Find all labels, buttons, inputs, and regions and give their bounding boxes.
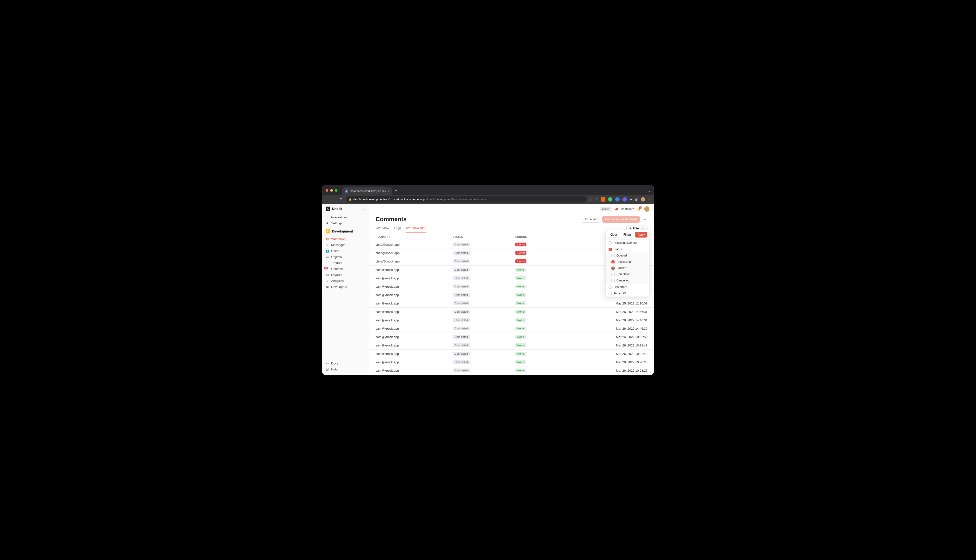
filter-option-status[interactable]: ✓Status	[606, 246, 649, 252]
bookmark-icon[interactable]: ☆	[595, 198, 598, 201]
extension-icon[interactable]	[615, 197, 620, 202]
cell-status: Completed	[446, 291, 509, 299]
filter-option-cancelled[interactable]: Cancelled	[606, 277, 649, 283]
sidebar-item-tenants[interactable]: ▯Tenants	[322, 260, 369, 266]
nav-label: Messages	[331, 243, 345, 247]
cell-recipient: sam@knock.app	[369, 282, 446, 291]
sidebar-item-messages[interactable]: ➤Messages	[322, 242, 369, 248]
table-row[interactable]: sam@knock.appCompletedNoneMar 26, 2022 1…	[369, 333, 654, 341]
reload-button[interactable]: ⟳	[339, 197, 343, 202]
clear-filters-button[interactable]: Clear	[608, 232, 620, 238]
cell-status: Completed	[446, 308, 509, 316]
apply-filters-button[interactable]: Apply	[635, 232, 647, 238]
cell-status: Completed	[446, 324, 509, 333]
sidebar-item-objects[interactable]: ▭Objects	[322, 254, 369, 260]
back-button[interactable]: ←	[325, 197, 329, 202]
workspace-switcher[interactable]: K Knock ⌄	[322, 204, 369, 214]
filter-option-recipient-id-email[interactable]: Recipient ID/email	[606, 240, 649, 246]
address-bar[interactable]: 🔒 dashboard-development-ois4zqyui-knockl…	[346, 196, 587, 203]
table-row[interactable]: sam@knock.appCompletedNoneMar 26, 2022 1…	[369, 324, 654, 333]
errors-badge: 1 error	[515, 243, 526, 247]
nav-icon: ➤	[326, 243, 329, 247]
minimize-window-icon[interactable]	[330, 189, 333, 192]
nav-label: Help	[331, 368, 338, 371]
status-badge: Completed	[453, 343, 470, 347]
environment-badge-icon: P	[326, 229, 330, 233]
errors-badge: None	[515, 293, 526, 297]
filter-option-queued[interactable]: Queued	[606, 252, 649, 258]
filter-option-processing[interactable]: ✓Processing	[606, 258, 649, 265]
cell-time: Mar 26, 2022 14:46:30	[560, 324, 654, 333]
filter-option-has-errors[interactable]: Has errors	[606, 284, 649, 290]
filter-option-label: Processing	[617, 260, 631, 263]
extension-icon[interactable]	[622, 197, 627, 202]
sidebar-item-integrations[interactable]: ⇄Integrations	[322, 214, 369, 220]
main-area: Admin 📣 Feedback? 🔔 0 Comments Run a tes…	[369, 204, 654, 375]
page-header: Comments Run a test Commit to developmen…	[369, 214, 654, 223]
cell-errors: 1 error	[509, 240, 560, 249]
maximize-window-icon[interactable]	[335, 189, 338, 192]
environment-switcher[interactable]: P Development ⌄	[322, 227, 369, 235]
sidebar-item-help[interactable]: 💬Help	[322, 367, 369, 372]
extensions-icon[interactable]: ✦	[630, 198, 632, 201]
nav-icon: ▭	[326, 362, 329, 365]
close-tab-icon[interactable]: ×	[388, 189, 389, 193]
close-window-icon[interactable]	[326, 189, 328, 192]
forward-button[interactable]: →	[332, 197, 336, 202]
cell-errors: None	[509, 341, 560, 350]
errors-badge: None	[515, 318, 526, 322]
browser-tab[interactable]: K Comments workflow | Knock ×	[342, 187, 392, 195]
nav-label: Users	[331, 249, 339, 253]
status-badge: Completed	[453, 243, 470, 247]
profile-icon[interactable]	[641, 197, 645, 202]
errors-badge: None	[515, 310, 526, 313]
filter-option-label: Paused	[617, 266, 626, 270]
browser-actions: ⇪ ☆ ✦ ◧ ⋮	[590, 197, 651, 202]
user-avatar[interactable]	[644, 206, 649, 212]
table-row[interactable]: sam@knock.appCompletedNoneMar 26, 2022 1…	[369, 358, 654, 367]
more-actions-icon[interactable]: ···	[642, 216, 647, 222]
tab-workflow-runs[interactable]: Workflow runs	[406, 226, 426, 232]
run-test-button[interactable]: Run a test	[581, 216, 600, 223]
extension-icon[interactable]	[601, 197, 605, 202]
sidebar-item-docs[interactable]: ▭Docs	[322, 360, 369, 367]
feedback-label: Feedback?	[620, 207, 634, 211]
filter-option-completed[interactable]: Completed	[606, 271, 649, 277]
sidebar-item-workflows[interactable]: ▤Workflows	[322, 236, 369, 242]
panel-icon[interactable]: ◧	[635, 198, 638, 201]
sidebar-item-settings[interactable]: ✱Settings	[322, 220, 369, 226]
filter-option-label: Recipient ID/email	[613, 241, 637, 245]
sidebar-item-analytics[interactable]: ∿Analytics	[322, 278, 369, 284]
errors-badge: None	[515, 335, 526, 339]
sidebar-item-layouts[interactable]: </>Layouts	[322, 272, 369, 278]
sidebar-item-users[interactable]: 👥Users	[322, 248, 369, 254]
notifications-button[interactable]: 🔔 0	[637, 207, 641, 211]
extension-icon[interactable]	[608, 197, 612, 202]
status-badge: Completed	[453, 352, 470, 356]
table-row[interactable]: sam@knock.appCompletedNoneMar 26, 2022 1…	[369, 341, 654, 350]
app-content: K Knock ⌄ ⇄Integrations✱Settings P Devel…	[322, 204, 654, 375]
table-row[interactable]: sam@knock.appCompletedNoneMar 26, 2022 1…	[369, 308, 654, 316]
url-path: /knock/development/workflows/comments/ru…	[426, 198, 486, 201]
filter-option-paused[interactable]: ✓Paused	[606, 265, 649, 271]
cell-errors: None	[509, 266, 560, 274]
tab-logs[interactable]: Logs	[394, 226, 401, 232]
table-row[interactable]: sam@knock.appCompletedNoneMar 26, 2022 1…	[369, 367, 654, 375]
expand-tabs-icon[interactable]: ⌄	[645, 189, 654, 195]
sidebar-item-commits[interactable]: ⎌30Commits	[322, 266, 369, 272]
new-tab-button[interactable]: +	[392, 188, 400, 195]
errors-badge: None	[515, 285, 526, 288]
filter-option-tenant-id[interactable]: Tenant ID	[606, 290, 649, 297]
share-icon[interactable]: ⇪	[590, 198, 592, 201]
table-row[interactable]: sam@knock.appCompletedNoneMar 26, 2022 1…	[369, 350, 654, 358]
tab-overview[interactable]: Overview	[376, 226, 389, 232]
table-row[interactable]: sam@knock.appCompletedNoneMay 25, 2022 1…	[369, 299, 654, 308]
errors-badge: None	[515, 302, 526, 305]
checkbox-icon: ✓	[612, 267, 615, 270]
feedback-button[interactable]: 📣 Feedback?	[615, 207, 634, 211]
sidebar-item-developers[interactable]: ▣Developers	[322, 284, 369, 290]
commit-button[interactable]: Commit to development	[602, 216, 640, 223]
menu-icon[interactable]: ⋮	[648, 198, 651, 201]
table-row[interactable]: sam@knock.appCompletedNoneMar 26, 2022 1…	[369, 316, 654, 324]
cell-errors: 1 error	[509, 257, 560, 266]
